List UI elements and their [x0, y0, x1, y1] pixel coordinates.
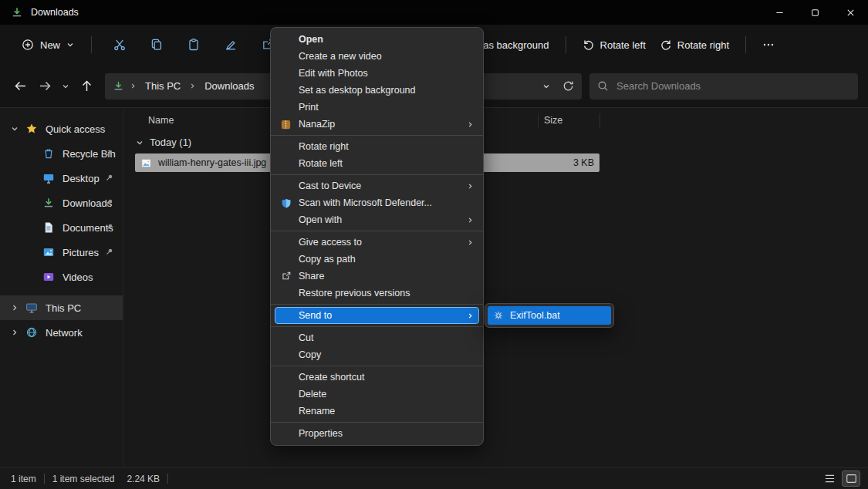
rotate-right-icon [660, 39, 672, 51]
copy-button[interactable] [138, 31, 175, 59]
menu-item-copy[interactable]: Copy [271, 346, 483, 363]
menu-item-create-a-new-video[interactable]: Create a new video [271, 48, 483, 65]
menu-item-properties[interactable]: Properties [271, 425, 483, 442]
pin-icon [105, 223, 113, 231]
forward-button[interactable] [32, 74, 57, 99]
breadcrumb-downloads[interactable]: Downloads [201, 79, 257, 93]
sidebar-gap [0, 289, 123, 295]
menu-separator [271, 326, 483, 327]
rename-button[interactable] [212, 31, 249, 59]
search-input[interactable] [615, 79, 850, 93]
menu-item-rotate-right[interactable]: Rotate right [271, 138, 483, 155]
file-explorer-window: Downloads New et as background Rotate le… [0, 0, 868, 489]
group-header-today[interactable]: Today (1) [136, 137, 191, 148]
chevron-right-icon [189, 83, 196, 89]
rotate-left-button[interactable]: Rotate left [576, 34, 653, 56]
window-title: Downloads [31, 7, 79, 18]
nanazip-icon [279, 118, 292, 131]
menu-item-give-access-to[interactable]: Give access to [271, 234, 483, 251]
search-icon [597, 80, 609, 92]
menu-item-open[interactable]: Open [271, 31, 483, 48]
toolbar-divider [91, 36, 92, 53]
menu-item-label: Edit with Photos [299, 68, 368, 79]
minimize-button[interactable] [762, 0, 797, 25]
column-divider[interactable] [538, 113, 539, 127]
network-icon [25, 326, 39, 339]
sidebar-item-quick-access[interactable]: Quick access [0, 116, 123, 141]
defender-shield-icon [279, 197, 292, 210]
menu-item-open-with[interactable]: Open with [271, 211, 483, 228]
menu-item-delete[interactable]: Delete [271, 386, 483, 403]
menu-item-scan-with-defender[interactable]: Scan with Microsoft Defender... [271, 194, 483, 211]
context-menu: Open Create a new video Edit with Photos… [270, 27, 484, 446]
sidebar-item-network[interactable]: Network [0, 320, 123, 345]
menu-item-set-as-desktop-background[interactable]: Set as desktop background [271, 82, 483, 99]
column-header-size[interactable]: Size [544, 115, 562, 126]
menu-item-create-shortcut[interactable]: Create shortcut [271, 369, 483, 386]
chevron-down-icon [9, 125, 20, 133]
submenu-item-label: ExifTool.bat [510, 310, 560, 321]
close-button[interactable] [833, 0, 868, 25]
breadcrumb-this-pc[interactable]: This PC [142, 79, 184, 93]
menu-item-label: Rotate left [299, 158, 343, 169]
menu-item-label: Set as desktop background [299, 85, 416, 96]
chevron-right-icon [9, 329, 20, 336]
caption-buttons [762, 0, 868, 25]
paste-button[interactable] [175, 31, 212, 59]
menu-item-nanazip[interactable]: NanaZip [271, 116, 483, 133]
menu-item-label: Share [299, 271, 324, 282]
column-header-name[interactable]: Name [148, 115, 174, 126]
sidebar-item-desktop[interactable]: Desktop [0, 166, 123, 191]
chevron-right-icon [467, 239, 474, 246]
plus-circle-icon [22, 39, 34, 51]
maximize-button[interactable] [797, 0, 833, 25]
toolbar-divider [566, 36, 566, 53]
up-button[interactable] [74, 74, 99, 99]
menu-item-label: Open with [299, 214, 342, 225]
sidebar-item-label: Videos [62, 271, 93, 283]
menu-item-send-to[interactable]: Send to [275, 307, 479, 324]
menu-item-copy-as-path[interactable]: Copy as path [271, 251, 483, 268]
new-button[interactable]: New [14, 34, 82, 56]
menu-item-edit-with-photos[interactable]: Edit with Photos [271, 65, 483, 82]
chevron-right-icon [9, 304, 20, 312]
refresh-icon[interactable] [562, 80, 574, 92]
sidebar-item-videos[interactable]: Videos [0, 265, 123, 289]
status-selection-size: 2.24 KB [127, 474, 160, 484]
sidebar-item-this-pc[interactable]: This PC [0, 295, 123, 320]
sidebar-item-documents[interactable]: Documents [0, 215, 123, 240]
sidebar-item-downloads[interactable]: Downloads [0, 191, 123, 215]
back-button[interactable] [8, 74, 32, 99]
sidebar-item-label: This PC [46, 302, 81, 314]
rotate-right-label: Rotate right [677, 39, 729, 51]
menu-item-cut[interactable]: Cut [271, 329, 483, 346]
menu-item-share[interactable]: Share [271, 268, 483, 285]
cut-button[interactable] [101, 31, 138, 59]
thumbnail-view-button[interactable] [842, 470, 860, 487]
new-button-label: New [40, 39, 60, 51]
address-dropdown-icon[interactable] [542, 83, 550, 90]
menu-item-restore-previous-versions[interactable]: Restore previous versions [271, 285, 483, 302]
menu-item-cast-to-device[interactable]: Cast to Device [271, 177, 483, 194]
menu-item-label: Copy [299, 349, 321, 360]
search-box[interactable] [589, 73, 858, 99]
toolbar-right-group: et as background Rotate left Rotate righ… [465, 31, 782, 59]
menu-item-label: Open [299, 34, 323, 45]
sidebar-item-pictures[interactable]: Pictures [0, 240, 123, 265]
more-options-button[interactable] [755, 31, 782, 59]
menu-item-print[interactable]: Print [271, 99, 483, 116]
submenu-item-exiftool[interactable]: ExifTool.bat [488, 306, 611, 325]
menu-item-rotate-left[interactable]: Rotate left [271, 155, 483, 172]
menu-item-rename[interactable]: Rename [271, 403, 483, 420]
column-divider[interactable] [599, 113, 600, 127]
details-view-button[interactable] [820, 470, 839, 487]
status-divider [44, 474, 45, 484]
chevron-right-icon [467, 121, 474, 128]
rotate-right-button[interactable]: Rotate right [653, 34, 736, 56]
status-item-count: 1 item [11, 474, 36, 484]
recent-locations-button[interactable] [57, 74, 74, 99]
sidebar-item-recycle-bin[interactable]: Recycle Bin [0, 141, 123, 166]
send-to-submenu: ExifTool.bat [485, 303, 614, 328]
pin-icon [105, 248, 113, 256]
image-file-icon [140, 157, 152, 169]
